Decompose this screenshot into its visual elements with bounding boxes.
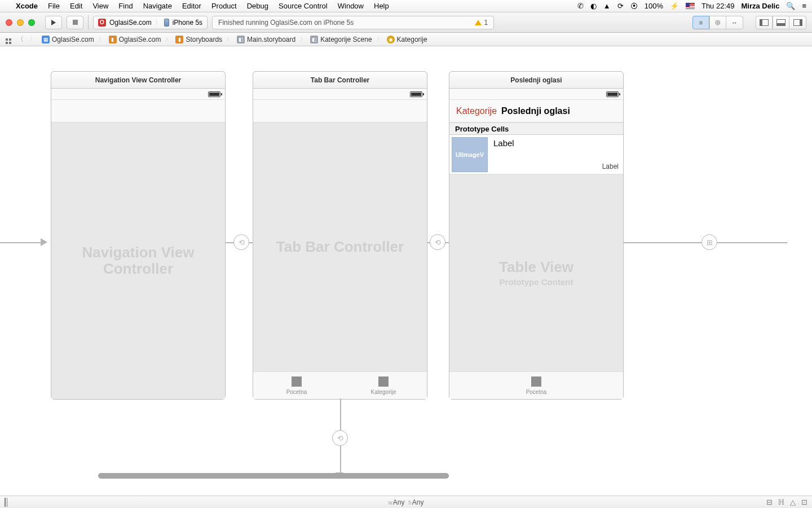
viber-icon[interactable]: ✆ bbox=[577, 2, 584, 10]
menu-source-control[interactable]: Source Control bbox=[279, 2, 328, 10]
nav-back-button[interactable]: 〈 bbox=[15, 34, 26, 44]
prototype-cells-header: Prototype Cells bbox=[449, 122, 623, 135]
crumb-folder[interactable]: ▮Storyboards bbox=[173, 36, 224, 43]
crumb-project[interactable]: ▦OglasiSe.com bbox=[39, 36, 96, 43]
version-editor-button[interactable]: ↔ bbox=[726, 16, 743, 29]
menu-help[interactable]: Help bbox=[374, 2, 389, 10]
menubar-clock[interactable]: Thu 22:49 bbox=[701, 2, 735, 10]
scene-navigation-controller[interactable]: Navigation View Controller Navigation Vi… bbox=[51, 71, 226, 400]
assistant-editor-button[interactable]: ◎ bbox=[709, 16, 726, 29]
tab-item-pocetna[interactable]: Pocetna bbox=[449, 372, 623, 399]
segue-relationship-icon[interactable]: ⟲ bbox=[430, 234, 445, 250]
document-outline-toggle[interactable] bbox=[5, 498, 6, 506]
menubar-user[interactable]: Mirza Delic bbox=[741, 2, 779, 10]
chevron-right-icon: 〉 bbox=[98, 36, 105, 43]
simulated-status-bar bbox=[253, 89, 427, 100]
battery-icon bbox=[606, 91, 619, 97]
tab-bar[interactable]: Pocetna Kategorije bbox=[253, 371, 427, 399]
drive-icon[interactable]: ▲ bbox=[603, 2, 611, 10]
tab-item-pocetna[interactable]: Pocetna bbox=[253, 372, 340, 399]
scheme-selector[interactable]: O OglasiSe.com 〉 iPhone 5s bbox=[93, 16, 208, 29]
segue-root-icon[interactable]: ⟲ bbox=[233, 234, 249, 250]
scene-icon: ◧ bbox=[310, 36, 318, 43]
grid-icon bbox=[6, 38, 11, 44]
horizontal-scrollbar[interactable] bbox=[98, 473, 449, 479]
menu-find[interactable]: Find bbox=[118, 2, 133, 10]
align-button[interactable]: ⊟ bbox=[766, 498, 773, 506]
watermark-text: Tab Bar Controller bbox=[276, 239, 404, 255]
toggle-debug-area-button[interactable] bbox=[773, 16, 789, 29]
jump-bar: 〈 〉 ▦OglasiSe.com 〉 ▮OglasiSe.com 〉 ▮Sto… bbox=[0, 33, 812, 46]
sync-icon[interactable]: ⟳ bbox=[617, 2, 624, 10]
size-class-h-prefix: h bbox=[408, 500, 412, 506]
menu-navigate[interactable]: Navigate bbox=[143, 2, 172, 10]
crumb-label: Kategorije Scene bbox=[320, 36, 372, 43]
navigation-bar[interactable]: Kategorije Poslednji oglasi bbox=[449, 100, 623, 122]
scene-title[interactable]: Tab Bar Controller bbox=[253, 72, 427, 89]
controller-placeholder: Navigation View Controller bbox=[51, 122, 225, 399]
chevron-right-icon: 〉 bbox=[376, 36, 383, 43]
tab-bar[interactable]: Pocetna bbox=[449, 371, 623, 399]
menu-file[interactable]: File bbox=[48, 2, 60, 10]
activity-status[interactable]: Finished running OglasiSe.com on iPhone … bbox=[212, 16, 494, 29]
scene-poslednji-oglasi[interactable]: Poslednji oglasi Kategorije Poslednji og… bbox=[449, 71, 624, 400]
size-class-width: Any bbox=[393, 498, 405, 506]
navigation-bar[interactable] bbox=[51, 100, 225, 122]
size-class-control[interactable]: wAny hAny bbox=[389, 498, 424, 506]
toggle-utilities-button[interactable] bbox=[789, 16, 806, 29]
input-source-flag-icon[interactable] bbox=[686, 3, 695, 9]
minimize-window-button[interactable] bbox=[17, 19, 24, 26]
spotlight-icon[interactable]: 🔍 bbox=[786, 2, 795, 10]
menu-editor[interactable]: Editor bbox=[182, 2, 201, 10]
navigation-bar[interactable] bbox=[253, 100, 427, 122]
scene-title[interactable]: Poslednji oglasi bbox=[449, 72, 623, 89]
nav-forward-button[interactable]: 〉 bbox=[27, 34, 38, 44]
related-items-button[interactable] bbox=[3, 34, 14, 44]
stop-button[interactable] bbox=[67, 16, 83, 29]
resizing-button[interactable]: ⊡ bbox=[801, 498, 807, 506]
menu-window[interactable]: Window bbox=[338, 2, 364, 10]
zoom-window-button[interactable] bbox=[28, 19, 35, 26]
pin-button[interactable]: ℍ bbox=[778, 498, 784, 506]
crumb-scene[interactable]: ◧Kategorije Scene bbox=[308, 36, 374, 43]
notification-center-icon[interactable]: ≡ bbox=[802, 2, 806, 10]
folder-icon: ▮ bbox=[109, 36, 117, 43]
tab-icon bbox=[378, 376, 389, 387]
cell-title-label[interactable]: Label bbox=[493, 138, 514, 148]
segue-show-icon[interactable]: ⊞ bbox=[701, 234, 717, 250]
nav-back-button[interactable]: Kategorije bbox=[456, 106, 497, 116]
outline-icon bbox=[5, 498, 6, 507]
interface-builder-canvas[interactable]: Navigation View Controller Navigation Vi… bbox=[0, 46, 812, 496]
standard-editor-button[interactable]: ≡ bbox=[692, 16, 709, 29]
run-button[interactable] bbox=[45, 16, 62, 29]
crumb-object[interactable]: ◉Kategorije bbox=[385, 36, 430, 43]
panel-toggle-group bbox=[756, 16, 806, 29]
menu-product[interactable]: Product bbox=[211, 2, 237, 10]
watermark-subtext: Prototype Content bbox=[500, 277, 573, 287]
status-icon[interactable]: ◐ bbox=[590, 2, 597, 10]
crumb-label: Main.storyboard bbox=[247, 36, 295, 43]
toggle-navigator-button[interactable] bbox=[756, 16, 773, 29]
nav-title[interactable]: Poslednji oglasi bbox=[501, 106, 570, 116]
battery-icon[interactable]: ⚡ bbox=[670, 2, 679, 10]
menu-debug[interactable]: Debug bbox=[247, 2, 268, 10]
app-menu[interactable]: Xcode bbox=[16, 2, 38, 10]
uiimageview[interactable]: UIImageV bbox=[452, 137, 488, 172]
crumb-group[interactable]: ▮OglasiSe.com bbox=[107, 36, 164, 43]
tab-item-kategorije[interactable]: Kategorije bbox=[340, 372, 427, 399]
status-text: Finished running OglasiSe.com on iPhone … bbox=[218, 19, 354, 27]
resolve-issues-button[interactable]: △ bbox=[790, 498, 796, 506]
prototype-cell[interactable]: UIImageV Label Label bbox=[449, 135, 623, 174]
close-window-button[interactable] bbox=[6, 19, 12, 26]
play-icon bbox=[51, 20, 56, 25]
menu-edit[interactable]: Edit bbox=[70, 2, 82, 10]
wifi-icon[interactable]: ⦿ bbox=[630, 2, 638, 10]
menu-view[interactable]: View bbox=[92, 2, 108, 10]
scheme-target: OglasiSe.com bbox=[109, 19, 152, 27]
scene-title[interactable]: Navigation View Controller bbox=[51, 72, 225, 89]
segue-relationship-icon[interactable]: ⟲ bbox=[332, 430, 348, 446]
watermark-text: Table View bbox=[499, 259, 573, 275]
crumb-storyboard[interactable]: ◧Main.storyboard bbox=[235, 36, 298, 43]
cell-detail-label[interactable]: Label bbox=[602, 163, 619, 170]
scene-tabbar-controller[interactable]: Tab Bar Controller Tab Bar Controller Po… bbox=[253, 71, 427, 400]
